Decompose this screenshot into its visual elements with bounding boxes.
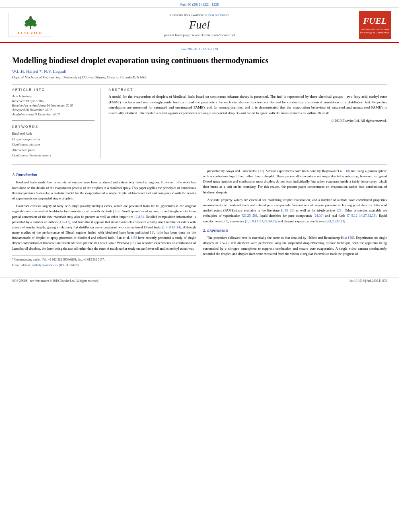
citation-bar: Fuel 90 (2011) 1221–1228 [0, 0, 399, 8]
ref-15[interactable]: [15] [131, 236, 137, 240]
footnote-corresponding: * Corresponding author. Tel.: +1 613 562… [12, 257, 196, 262]
svg-point-6 [33, 23, 37, 27]
ref-29[interactable]: [29] [337, 208, 342, 212]
keywords-section: Keywords: Biodiesel fuels Droplet evapor… [12, 125, 95, 158]
ref-1[interactable]: [1] [150, 230, 154, 234]
svg-rect-0 [30, 26, 31, 29]
svg-point-7 [29, 16, 32, 18]
article-info-header: ARTICLE INFO [12, 88, 95, 92]
authors-line: W.L.H. Hallett *, N.V. Legault [12, 69, 387, 74]
abstract-header: ABSTRACT [109, 88, 387, 92]
bottom-left-text: 0016-2361/$ - see front matter © 2010 El… [12, 279, 99, 283]
journal-title: Fuel [56, 18, 343, 31]
footnotes-section: * Corresponding author. Tel.: +1 613 562… [12, 255, 196, 268]
elsevier-logo-container: ELSEVIER [8, 13, 56, 37]
article-info-abstract-section: ARTICLE INFO Article history: Received 3… [12, 84, 387, 158]
section2-title: 2. Experiments [203, 227, 387, 234]
info-divider [12, 120, 95, 121]
ref-24-30-32-33[interactable]: [24,30,32,33] [327, 219, 345, 223]
copyright-notice: © 2010 Elsevier Ltd. All rights reserved… [109, 118, 387, 123]
keywords-list: Biodiesel fuels Droplet evaporation Cont… [12, 131, 95, 158]
ref-23-25-28[interactable]: [23,25–28] [242, 214, 257, 218]
intro-para-1: Biodiesel fuels made from a variety of s… [12, 180, 196, 201]
article-title: Modelling biodiesel droplet evaporation … [12, 55, 387, 66]
bottom-right-text: doi:10.1016/j.fuel.2010.11.035 [350, 279, 387, 283]
article-history: Article history: Received 30 April 2010 … [12, 94, 95, 116]
main-col-right: presented by Araya and Tsunematsu [17]. … [203, 168, 387, 269]
ref-18[interactable]: [18] [344, 169, 350, 173]
svg-point-5 [25, 23, 29, 27]
ref-24-30[interactable]: [24,30] [313, 214, 323, 218]
elsevier-tree-icon [19, 15, 41, 30]
ref-1-5-9-12-14-24-34-35[interactable]: [1,5–9,12–14,24,34,35] [245, 219, 277, 223]
ref-36[interactable]: [36] [348, 236, 354, 240]
keywords-header: Keywords: [12, 125, 95, 129]
ref-1-5-12[interactable]: [1,5–12] [59, 220, 70, 224]
footnote-email-link[interactable]: hallett@uottawa.ca [32, 263, 58, 267]
svg-rect-8 [30, 18, 31, 21]
citation-text: Fuel 90 (2011) 1221–1228 [180, 2, 219, 6]
ref-1-19-28[interactable]: [1,19–28] [281, 208, 294, 212]
sciencedirect-link[interactable]: ScienceDirect [208, 13, 228, 17]
bottom-bar: 0016-2361/$ - see front matter © 2010 El… [0, 277, 399, 284]
elsevier-logo-box: ELSEVIER [8, 13, 52, 37]
ref-31[interactable]: [31] [222, 219, 228, 223]
abstract-col: ABSTRACT A model for the evaporation of … [109, 88, 387, 158]
intro-para-2: Biodiesel consists largely of fatty acid… [12, 203, 196, 251]
article-body: Fuel 90 (2011) 1221–1228 Modelling biodi… [0, 43, 399, 277]
article-citation-line: Fuel 90 (2011) 1221–1228 [12, 47, 387, 51]
ref-1-3[interactable]: [1–3] [113, 209, 120, 213]
journal-center-info: Contents lists available at ScienceDirec… [56, 13, 343, 37]
ref-16[interactable]: [16] [130, 241, 136, 245]
ref-1-7-9-12-14[interactable]: [1,7–9,12–14] [162, 225, 181, 229]
intro-right-para-1: presented by Araya and Tsunematsu [17]. … [203, 168, 387, 195]
ref-7-9-12-14-27-32-33[interactable]: [7–9,12–14,27,32,33] [347, 214, 376, 218]
footnote-email: E-mail address: hallett@uottawa.ca (W.L.… [12, 263, 196, 268]
fuel-logo-text: FUEL [363, 16, 387, 26]
journal-header: ELSEVIER Contents lists available at Sci… [0, 8, 399, 43]
main-content-area: 1. Introduction Biodiesel fuels made fro… [12, 168, 387, 269]
kw-2: Droplet evaporation [12, 137, 95, 142]
kw-3: Continuous mixtures [12, 142, 95, 148]
elsevier-brand-text: ELSEVIER [18, 31, 43, 35]
fuel-logo-container: FUEL An International Journalfor Energy … [343, 11, 391, 39]
contents-line: Contents lists available at ScienceDirec… [56, 13, 343, 17]
intro-right-para-2: Accurate property values are essential f… [203, 197, 387, 224]
ref-2-4-5[interactable]: [2,4,5] [134, 215, 144, 219]
kw-4: Alternative fuels [12, 148, 95, 153]
homepage-line: journal homepage: www.elsevier.com/locat… [56, 33, 343, 37]
main-col-left: 1. Introduction Biodiesel fuels made fro… [12, 168, 196, 269]
fuel-logo-subtitle: An International Journalfor Energy & Com… [360, 28, 389, 34]
fuel-logo-box: FUEL An International Journalfor Energy … [359, 11, 391, 39]
section1-title: 1. Introduction [12, 172, 196, 178]
ref-17[interactable]: [17] [258, 169, 264, 173]
main-divider [12, 164, 387, 164]
section2-para-1: The procedure followed here is essential… [203, 235, 387, 257]
abstract-text: A model for the evaporation of droplets … [109, 94, 387, 123]
kw-1: Biodiesel fuels [12, 131, 95, 137]
kw-5: Continuous thermodynamics [12, 153, 95, 158]
affiliation-line: Dept. of Mechanical Engineering, Univers… [12, 75, 387, 79]
article-info-col: ARTICLE INFO Article history: Received 3… [12, 88, 101, 158]
